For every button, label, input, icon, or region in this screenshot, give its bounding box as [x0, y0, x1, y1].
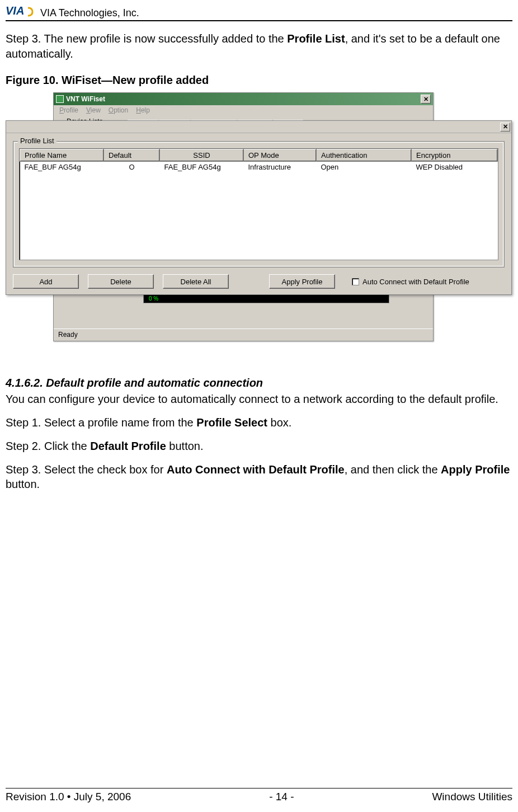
checkbox-icon[interactable]: [352, 278, 359, 285]
delete-all-button[interactable]: Delete All: [163, 274, 229, 289]
footer-revision: Revision 1.0 • July 5, 2006: [6, 791, 131, 803]
signal-bar: [143, 294, 389, 303]
col-default[interactable]: Default: [104, 149, 160, 162]
auto-connect-checkbox[interactable]: Auto Connect with Default Profile: [352, 278, 469, 286]
signal-percent: 0 %: [149, 295, 158, 302]
dialog-titlebar: ✕: [6, 121, 511, 133]
menu-view[interactable]: View: [86, 106, 101, 115]
auto-connect-label: Auto Connect with Default Profile: [362, 278, 469, 286]
logo: VIA: [6, 4, 37, 19]
subsection-heading: 4.1.6.2. Default profile and automatic c…: [6, 377, 512, 389]
cell-default: O: [104, 162, 160, 173]
col-op-mode[interactable]: OP Mode: [244, 149, 317, 162]
cell-authentication: Open: [317, 162, 412, 173]
button-row: Add Delete Delete All Apply Profile Auto…: [13, 274, 505, 289]
titlebar: VNT WiFiset ✕: [54, 93, 433, 105]
profile-list-label: Profile List: [18, 137, 56, 145]
figure-caption: Figure 10. WiFiset—New profile added: [6, 74, 512, 87]
col-ssid[interactable]: SSID: [160, 149, 244, 162]
add-button[interactable]: Add: [13, 274, 79, 289]
cell-encryption: WEP Disabled: [412, 162, 498, 173]
col-encryption[interactable]: Encryption: [412, 149, 498, 162]
svg-text:VIA: VIA: [6, 4, 24, 17]
delete-button[interactable]: Delete: [88, 274, 154, 289]
window-title: VNT WiFiset: [66, 95, 105, 103]
company-name: VIA Technologies, Inc.: [40, 7, 139, 19]
cell-op-mode: Infrastructure: [244, 162, 317, 173]
apply-profile-button[interactable]: Apply Profile: [269, 274, 335, 289]
page-footer: Revision 1.0 • July 5, 2006 - 14 - Windo…: [6, 788, 512, 803]
statusbar: Ready: [54, 328, 433, 341]
page-header: VIA VIA Technologies, Inc.: [6, 0, 512, 21]
subsection-intro: You can configure your device to automat…: [6, 392, 512, 406]
via-logo-icon: VIA: [6, 4, 37, 19]
close-icon[interactable]: ✕: [421, 95, 431, 104]
substep-2: Step 2. Click the Default Profile button…: [6, 439, 512, 453]
profile-list-group: Profile List Profile Name Default SSID O…: [13, 141, 505, 267]
profile-list-dialog: ✕ Profile List Profile Name Default SSID…: [6, 120, 512, 295]
screenshot: VNT WiFiset ✕ Profile View Option Help D…: [53, 92, 512, 361]
menu-help[interactable]: Help: [136, 106, 150, 115]
col-profile-name[interactable]: Profile Name: [20, 149, 104, 162]
step3-text: Step 3. The new profile is now successfu…: [6, 31, 512, 62]
profile-table-wrap: Profile Name Default SSID OP Mode Authen…: [19, 148, 498, 260]
cell-ssid: FAE_BUF AG54g: [160, 162, 244, 173]
table-header-row: Profile Name Default SSID OP Mode Authen…: [20, 149, 498, 162]
substep-3: Step 3. Select the check box for Auto Co…: [6, 462, 512, 491]
profile-table: Profile Name Default SSID OP Mode Authen…: [20, 149, 498, 172]
close-icon[interactable]: ✕: [500, 123, 510, 132]
table-row[interactable]: FAE_BUF AG54g O FAE_BUF AG54g Infrastruc…: [20, 162, 498, 173]
menu-profile[interactable]: Profile: [59, 106, 78, 115]
footer-section: Windows Utilities: [432, 791, 512, 803]
footer-page-number: - 14 -: [269, 791, 294, 803]
col-authentication[interactable]: Authentication: [317, 149, 412, 162]
menu-option[interactable]: Option: [109, 106, 128, 115]
menubar: Profile View Option Help: [54, 105, 433, 116]
substep-1: Step 1. Select a profile name from the P…: [6, 415, 512, 430]
cell-profile-name: FAE_BUF AG54g: [20, 162, 104, 173]
app-icon: [56, 95, 64, 103]
